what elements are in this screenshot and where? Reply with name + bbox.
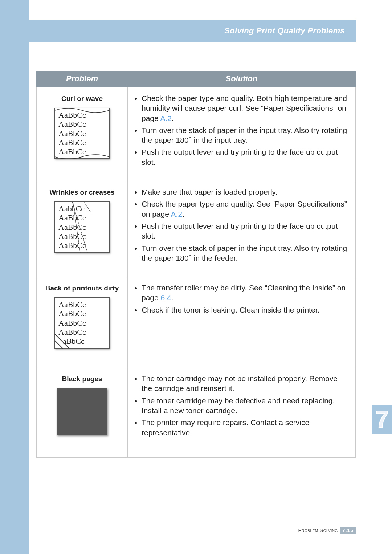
- solution-item: The toner cartridge may not be installed…: [142, 374, 350, 394]
- solution-cell: The toner cartridge may not be installed…: [128, 367, 356, 458]
- sample-line: AaBbCc: [58, 119, 106, 129]
- left-decorative-band: [0, 0, 29, 554]
- solution-cell: Check the paper type and quality. Both h…: [128, 87, 356, 180]
- solution-item: Push the output lever and try printing t…: [142, 221, 350, 241]
- sample-line: AaBbCc: [58, 241, 106, 250]
- sample-line: AabbCc: [58, 204, 106, 213]
- col-header-solution: Solution: [128, 71, 356, 87]
- problem-title: Curl or wave: [42, 95, 122, 103]
- page-ref-link[interactable]: A.2: [160, 114, 172, 122]
- solution-item: Make sure that paper is loaded properly.: [142, 187, 350, 197]
- solution-text: .: [172, 114, 174, 122]
- solution-item: The transfer roller may be dirty. See “C…: [142, 283, 350, 303]
- solution-item: Check the paper type and quality. See “P…: [142, 199, 350, 219]
- col-header-problem: Problem: [37, 71, 128, 87]
- solution-text: Push the output lever and try printing t…: [142, 148, 338, 166]
- table-row: Black pages The toner cartridge may not …: [37, 367, 356, 458]
- sample-line: AaBbCc: [58, 232, 106, 241]
- problem-title: Wrinkles or creases: [42, 188, 122, 196]
- sample-line: AaBbCc: [58, 300, 106, 309]
- solution-text: The toner cartridge may be defective and…: [142, 396, 335, 415]
- solution-item: Turn over the stack of paper in the inpu…: [142, 125, 350, 145]
- solution-text: Make sure that paper is loaded properly.: [142, 188, 277, 196]
- chapter-tab: 7 7: [372, 405, 392, 434]
- problem-cell: Wrinkles or creases AabbCc AaBbCc AaBbCc…: [37, 180, 128, 276]
- solution-item: Check if the toner is leaking. Clean ins…: [142, 305, 350, 315]
- sample-line: aBbCc: [58, 337, 106, 346]
- footer-section: Problem Solving: [298, 527, 338, 533]
- problem-title: Black pages: [42, 375, 122, 383]
- sample-line: AaBbCc: [58, 129, 106, 138]
- solution-text: .: [171, 293, 173, 302]
- solution-text: .: [182, 210, 184, 218]
- solution-text: Turn over the stack of paper in the inpu…: [142, 244, 347, 262]
- solution-text: The toner cartridge may not be installed…: [142, 374, 338, 392]
- sample-line: AaBbCc: [58, 327, 106, 337]
- table-row: Curl or wave AaBbCc AaBbCc AaBbCc AaBbCc…: [37, 87, 356, 180]
- problem-cell: Black pages: [37, 367, 128, 458]
- sample-line: AaBbCc: [58, 110, 106, 119]
- sample-printout-curl: AaBbCc AaBbCc AaBbCc AaBbCc AaBbCc: [54, 108, 110, 159]
- sample-black-page: [57, 388, 107, 435]
- solution-item: Push the output lever and try printing t…: [142, 147, 350, 167]
- sample-printout-wrinkle: AabbCc AaBbCc AaBbCc AaBbCc AaBbCc: [54, 201, 110, 252]
- page-ref-link[interactable]: A.2: [171, 210, 183, 218]
- solution-item: Check the paper type and quality. Both h…: [142, 93, 350, 123]
- solution-text: Check if the toner is leaking. Clean ins…: [142, 306, 319, 314]
- problems-table: Problem Solution Curl or wave AaBbCc AaB…: [36, 71, 356, 458]
- problem-title: Back of printouts dirty: [42, 284, 122, 292]
- solution-cell: Make sure that paper is loaded properly.…: [128, 180, 356, 276]
- page-footer: Problem Solving 7.15: [298, 527, 356, 534]
- sample-line: AaBbCc: [58, 147, 106, 156]
- footer-page-num: 15: [347, 527, 354, 533]
- page-header-band: Solving Print Quality Problems: [29, 20, 356, 42]
- footer-page-chapter: 7.: [342, 527, 347, 533]
- sample-line: AaBbCc: [58, 213, 106, 222]
- solution-text: Turn over the stack of paper in the inpu…: [142, 126, 347, 144]
- solution-item: The printer may require repairs. Contact…: [142, 417, 350, 437]
- solution-item: The toner cartridge may be defective and…: [142, 396, 350, 416]
- sample-line: AaBbCc: [58, 138, 106, 147]
- sample-line: AaBbCc: [58, 223, 106, 232]
- page-header-title: Solving Print Quality Problems: [224, 26, 345, 36]
- sample-line: AaBbCc: [58, 309, 106, 318]
- footer-page-badge: 7.15: [340, 527, 356, 534]
- sample-printout-dirty: AaBbCc AaBbCc AaBbCc AaBbCc aBbCc: [54, 297, 110, 348]
- sample-line: AaBbCc: [58, 318, 106, 327]
- solution-text: The printer may require repairs. Contact…: [142, 418, 309, 436]
- solution-item: Turn over the stack of paper in the inpu…: [142, 243, 350, 263]
- solution-text: Push the output lever and try printing t…: [142, 222, 338, 240]
- problem-cell: Curl or wave AaBbCc AaBbCc AaBbCc AaBbCc…: [37, 87, 128, 180]
- table-row: Wrinkles or creases AabbCc AaBbCc AaBbCc…: [37, 180, 356, 276]
- problem-cell: Back of printouts dirty AaBbCc AaBbCc Aa…: [37, 276, 128, 367]
- chapter-number: 7: [372, 405, 392, 434]
- table-row: Back of printouts dirty AaBbCc AaBbCc Aa…: [37, 276, 356, 367]
- page-ref-link[interactable]: 6.4: [161, 293, 171, 302]
- solution-cell: The transfer roller may be dirty. See “C…: [128, 276, 356, 367]
